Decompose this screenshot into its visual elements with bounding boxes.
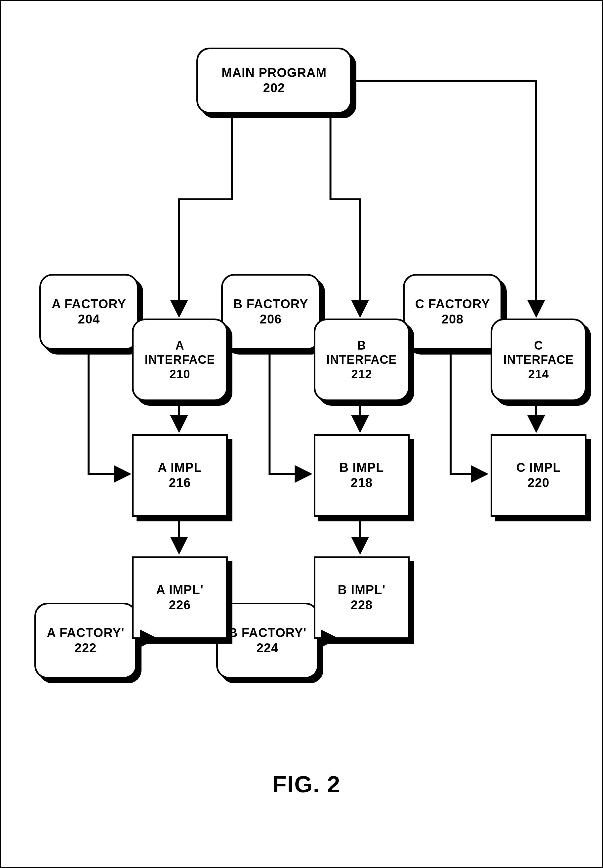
node-label: A FACTORY': [46, 626, 124, 641]
node-b-impl: B IMPL 218: [314, 434, 410, 517]
node-label: C FACTORY: [415, 297, 490, 312]
node-label: C IMPL: [516, 460, 561, 475]
node-label: B IMPL: [340, 460, 384, 475]
node-a-interface: A INTERFACE 210: [132, 319, 228, 401]
edge-c-factory-to-c-impl: [451, 349, 487, 474]
edge-b-factory-to-b-impl: [269, 349, 311, 474]
node-ref: 210: [169, 367, 190, 381]
node-label: B IMPL': [338, 583, 386, 598]
node-a-factory: A FACTORY 204: [39, 274, 139, 350]
node-b-impl-prime: B IMPL' 228: [314, 557, 410, 639]
node-ref: 218: [351, 475, 373, 491]
node-label: B INTERFACE: [315, 338, 408, 367]
node-a-factory-prime: A FACTORY' 222: [34, 603, 137, 679]
node-ref: 222: [75, 641, 97, 656]
node-ref: 220: [527, 475, 549, 491]
node-ref: 224: [257, 641, 278, 656]
node-label: C INTERFACE: [492, 338, 585, 367]
node-ref: 216: [169, 475, 191, 491]
node-b-interface: B INTERFACE 212: [314, 319, 410, 401]
node-ref: 212: [351, 367, 372, 381]
node-ref: 202: [263, 81, 285, 96]
node-label: A INTERFACE: [134, 338, 226, 367]
node-label: A IMPL: [158, 460, 202, 475]
diagram-page: MAIN PROGRAM 202 A FACTORY 204 B FACTORY…: [0, 0, 603, 868]
figure-label: FIG. 2: [272, 771, 340, 798]
node-c-interface: C INTERFACE 214: [490, 319, 586, 401]
node-ref: 204: [78, 312, 100, 327]
node-ref: 226: [169, 598, 191, 613]
node-c-impl: C IMPL 220: [490, 434, 586, 517]
node-label: B FACTORY: [233, 297, 308, 312]
node-ref: 214: [528, 367, 549, 381]
node-a-impl: A IMPL 216: [132, 434, 228, 517]
edge-a-factory-to-a-impl: [88, 349, 130, 474]
node-label: MAIN PROGRAM: [221, 65, 326, 81]
node-label: B FACTORY': [229, 626, 307, 641]
node-b-factory-prime: B FACTORY' 224: [216, 603, 319, 679]
node-label: A IMPL': [156, 583, 203, 598]
node-ref: 206: [260, 312, 282, 327]
node-label: A FACTORY: [51, 297, 126, 312]
node-a-impl-prime: A IMPL' 226: [132, 557, 228, 639]
node-b-factory: B FACTORY 206: [221, 274, 320, 350]
node-main-program: MAIN PROGRAM 202: [196, 48, 352, 114]
node-ref: 228: [351, 598, 373, 613]
node-c-factory: C FACTORY 208: [403, 274, 502, 350]
edge-main-to-b-interface: [331, 114, 360, 316]
node-ref: 208: [442, 312, 464, 327]
